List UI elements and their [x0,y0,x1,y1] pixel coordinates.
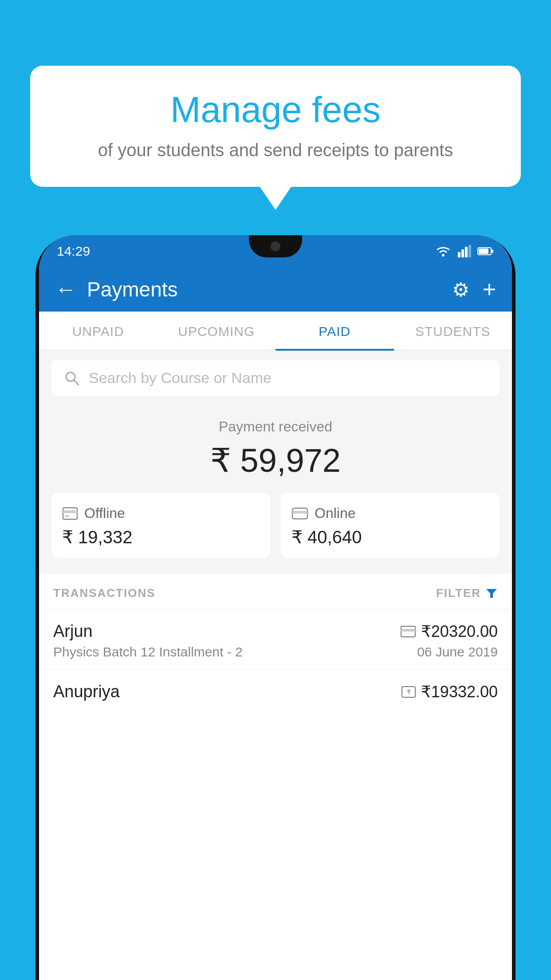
svg-rect-14 [292,511,307,514]
payment-summary: Payment received ₹ 59,972 Offli [39,405,512,574]
transaction-amount: ₹19332.00 [421,683,498,701]
tab-students[interactable]: STUDENTS [394,312,512,350]
search-container: Search by Course or Name [39,351,512,405]
svg-rect-10 [63,508,77,519]
app-header: ← Payments ⚙ + [39,267,512,312]
svg-point-0 [442,254,445,257]
svg-rect-12 [65,515,69,517]
signal-icon [458,245,471,257]
transactions-label: TRANSACTIONS [53,586,156,600]
search-bar[interactable]: Search by Course or Name [51,360,500,395]
add-button[interactable]: + [483,276,496,303]
svg-line-9 [74,380,79,385]
svg-rect-4 [468,245,471,257]
camera [271,241,280,251]
online-label: Online [315,505,356,522]
search-placeholder: Search by Course or Name [89,369,272,387]
wifi-icon [435,245,452,257]
tabs-bar: UNPAID UPCOMING PAID STUDENTS [39,312,512,351]
credit-card-icon [401,626,416,637]
filter-label: FILTER [436,586,481,600]
transaction-date: 06 June 2019 [417,644,498,660]
speech-bubble: Manage fees of your students and send re… [30,66,521,187]
table-row[interactable]: Arjun ₹20320.00 Physics Batch 12 Install… [39,609,512,669]
tab-unpaid[interactable]: UNPAID [39,312,157,350]
speech-bubble-title: Manage fees [57,90,494,130]
phone-notch [249,235,302,257]
payment-total-amount: ₹ 59,972 [51,441,500,479]
page-title: Payments [87,277,452,301]
header-actions: ⚙ + [452,276,496,303]
offline-payment-icon [62,506,78,521]
filter-button[interactable]: FILTER [436,586,498,600]
transaction-amount: ₹20320.00 [421,622,498,641]
tab-paid[interactable]: PAID [276,312,394,351]
search-icon [64,370,80,386]
svg-rect-1 [458,252,460,257]
transaction-course: Physics Batch 12 Installment - 2 [53,644,243,660]
speech-bubble-subtitle: of your students and send receipts to pa… [57,140,494,160]
offline-label: Offline [84,505,125,522]
offline-amount: ₹ 19,332 [62,527,260,547]
tab-upcoming[interactable]: UPCOMING [157,312,276,350]
status-bar: 14:29 [39,235,512,267]
battery-icon [477,246,494,256]
screen-content: UNPAID UPCOMING PAID STUDENTS Search by … [39,312,512,980]
online-payment-icon [291,507,308,520]
svg-rect-7 [492,249,493,253]
svg-rect-17 [401,629,415,632]
svg-rect-6 [479,249,488,254]
filter-icon [485,587,498,600]
svg-text:₹: ₹ [406,688,410,695]
transactions-header: TRANSACTIONS FILTER [39,574,512,609]
transaction-name: Arjun [53,622,93,641]
back-button[interactable]: ← [55,279,76,300]
table-row[interactable]: Anupriya ₹ ₹19332.00 [39,669,512,715]
online-amount: ₹ 40,640 [291,527,489,547]
svg-rect-2 [461,249,464,257]
transaction-name: Anupriya [53,682,120,701]
online-card: Online ₹ 40,640 [281,493,500,558]
status-icons [435,245,494,257]
svg-marker-15 [486,589,497,598]
offline-card: Offline ₹ 19,332 [51,493,270,558]
payment-received-label: Payment received [51,419,500,435]
status-time: 14:29 [57,244,90,259]
payment-cards: Offline ₹ 19,332 Online [51,493,500,558]
settings-icon[interactable]: ⚙ [452,278,469,301]
svg-rect-11 [63,510,77,513]
rupee-card-icon: ₹ [401,686,416,698]
svg-rect-3 [465,247,468,257]
phone-frame: 14:29 [35,235,516,980]
